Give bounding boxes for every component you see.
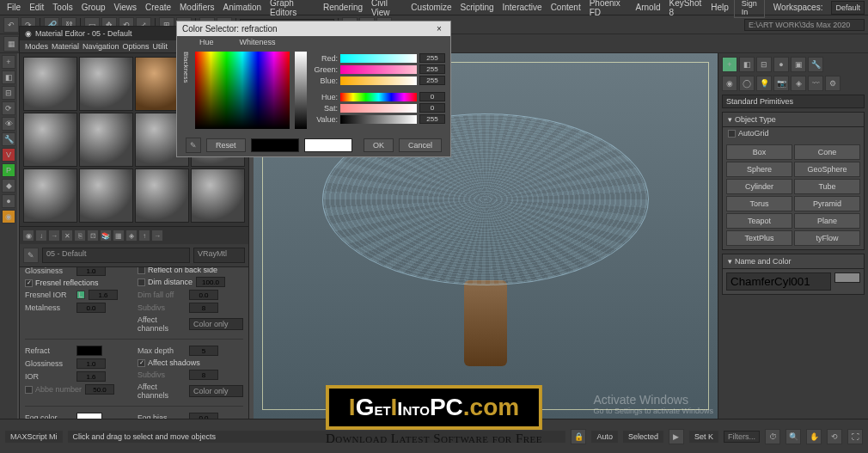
green-slider[interactable] [340,65,417,74]
misc-icon[interactable]: ◆ [2,179,15,193]
reset-map-icon[interactable]: ✕ [61,230,73,242]
refract-swatch[interactable] [76,346,102,356]
menu-help[interactable]: Help [707,1,732,14]
blue-input[interactable] [419,76,445,85]
red-slider[interactable] [340,54,417,63]
tube-button[interactable]: Tube [794,179,860,194]
mat-menu-utilities[interactable]: Utilit [153,42,168,51]
close-icon[interactable]: × [433,24,445,34]
go-parent-icon[interactable]: ↑ [138,230,150,242]
color-dialog-titlebar[interactable]: Color Selector: refraction × [177,21,450,36]
display-panel-icon[interactable]: ▣ [791,57,806,72]
subdivs-spinner[interactable] [189,303,218,313]
helpers-icon[interactable]: ◈ [791,76,806,91]
key-filters-dropdown[interactable]: Filters... [724,431,760,443]
lock-selection-icon[interactable]: 🔒 [571,429,586,444]
fresnel-checkbox[interactable]: ✓Fresnel reflections [25,279,99,287]
create-panel-icon[interactable]: + [722,57,737,72]
menu-keyshot[interactable]: KeyShot 8 [665,0,706,19]
affect-channels-dropdown[interactable]: Color only [189,318,243,330]
blue-slider[interactable] [340,77,417,85]
create-tab-icon[interactable]: + [2,55,15,69]
vray-icon[interactable]: V [2,148,15,162]
menu-file[interactable]: File [3,1,24,14]
box-button[interactable]: Box [726,144,792,160]
make-unique-icon[interactable]: ⊡ [87,230,99,242]
mat-menu-modes[interactable]: Modes [25,42,48,51]
set-key-button[interactable]: Set K [689,431,718,443]
sample-slot[interactable] [23,113,77,167]
menu-phoenix[interactable]: Phoenix FD [586,0,631,19]
menu-graph-editors[interactable]: Graph Editors [266,0,318,19]
object-name-input[interactable] [726,272,831,291]
utilities-panel-icon[interactable]: 🔧 [808,57,823,72]
sat-slider[interactable] [340,104,417,113]
motion-panel-icon[interactable]: ● [773,57,789,72]
refr-subdivs-spinner[interactable] [189,370,218,380]
plane-button[interactable]: Plane [794,213,860,229]
green-input[interactable] [419,64,445,74]
lights-icon[interactable]: 💡 [756,76,772,91]
go-forward-icon[interactable]: → [151,230,163,242]
dim-falloff-spinner[interactable] [189,290,218,300]
menu-customize[interactable]: Customize [407,1,455,14]
cameras-icon[interactable]: 📷 [773,76,789,91]
menu-views[interactable]: Views [111,1,141,14]
get-material-icon[interactable]: ◉ [22,230,34,242]
sphere-button[interactable]: Sphere [726,162,792,177]
hue-picker[interactable] [195,52,290,129]
misc3-icon[interactable]: ◉ [2,210,15,223]
affect-shadows-checkbox[interactable]: ✓Affect shadows [138,358,200,367]
red-input[interactable] [419,53,445,63]
play-icon[interactable]: ▶ [669,429,684,444]
menu-content[interactable]: Content [547,1,584,14]
ok-button[interactable]: OK [364,138,394,152]
poly-icon[interactable]: ▦ [3,36,19,52]
ior-spinner[interactable] [76,371,106,382]
make-copy-icon[interactable]: ⎘ [74,230,86,242]
refr-affect-dropdown[interactable]: Color only [189,385,243,397]
material-type-button[interactable]: VRayMtl [193,248,245,263]
hierarchy-tab-icon[interactable]: ⊟ [2,86,15,100]
menu-group[interactable]: Group [78,1,109,14]
modify-tab-icon[interactable]: ◧ [2,70,15,84]
textplus-button[interactable]: TextPlus [726,230,792,246]
mat-menu-options[interactable]: Options [123,42,150,51]
workspace-dropdown[interactable]: Default [831,1,865,15]
shapes-icon[interactable]: ◯ [739,76,755,91]
refr-gloss-spinner[interactable] [76,358,106,369]
utilities-tab-icon[interactable]: 🔧 [2,132,15,146]
teapot-button[interactable]: Teapot [726,213,792,229]
file-path-field[interactable]: E:\ART WORK\3ds Max 2020 [744,19,865,31]
eyedropper-icon[interactable]: ✎ [186,138,201,153]
phoenix-icon[interactable]: P [2,163,15,177]
undo-icon[interactable]: ↶ [3,17,19,33]
value-slider[interactable] [340,115,417,124]
abbe-checkbox[interactable]: Abbe number [25,385,82,394]
sample-slot[interactable] [135,168,189,223]
lock-icon[interactable]: L [76,291,85,299]
refr-max-depth-spinner[interactable] [189,346,218,356]
pick-material-icon[interactable]: ✎ [23,248,39,263]
display-tab-icon[interactable]: 👁 [2,117,15,131]
sat-input[interactable] [419,103,445,113]
sample-slot[interactable] [79,168,133,223]
time-config-icon[interactable]: ⏱ [765,429,780,444]
cylinder-button[interactable]: Cylinder [726,179,792,194]
motion-tab-icon[interactable]: ⟳ [2,101,15,115]
auto-key-button[interactable]: Auto [591,431,618,443]
category-dropdown[interactable]: Standard Primitives [722,95,865,108]
menu-interactive[interactable]: Interactive [499,1,546,14]
object-type-header[interactable]: ▾ Object Type [723,113,864,127]
assign-icon[interactable]: → [48,230,60,242]
pan-icon[interactable]: ✋ [806,429,822,444]
whiteness-slider[interactable] [295,52,307,129]
hue-slider[interactable] [340,93,417,101]
maxscript-listener[interactable]: MAXScript Mi [5,431,63,443]
menu-arnold[interactable]: Arnold [633,1,664,14]
sample-slot[interactable] [79,57,133,111]
zoom-icon[interactable]: 🔍 [785,429,801,444]
hierarchy-panel-icon[interactable]: ⊟ [756,57,772,72]
geometry-icon[interactable]: ◉ [722,76,737,91]
menu-tools[interactable]: Tools [49,1,76,14]
